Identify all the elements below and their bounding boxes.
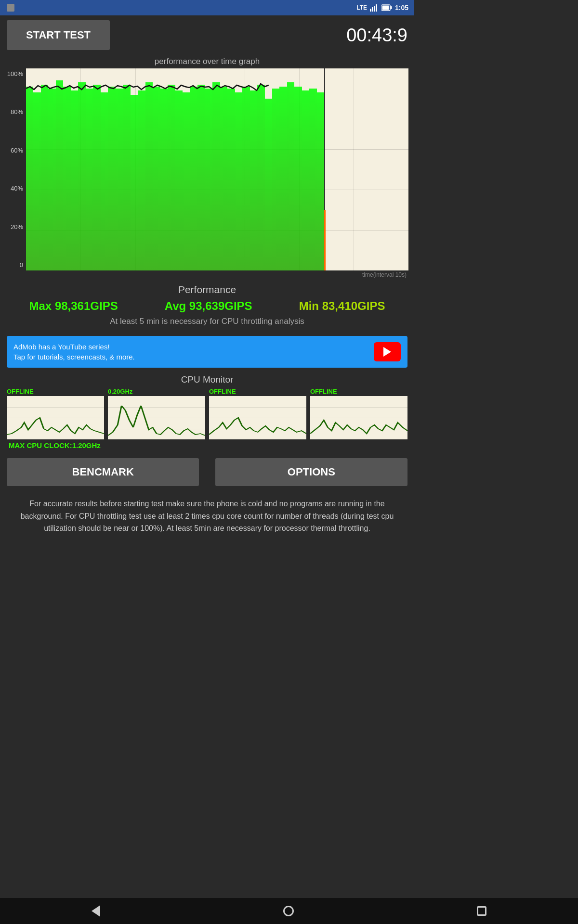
perf-bar	[272, 89, 279, 270]
cpu-mini-svg-0	[7, 396, 104, 439]
top-controls-row: START TEST 00:43:9	[0, 15, 414, 55]
perf-bar	[175, 90, 183, 270]
perf-bar	[265, 99, 272, 270]
perf-bar	[33, 92, 40, 270]
app-icon	[6, 3, 15, 13]
perf-bar	[153, 87, 160, 270]
perf-bar	[257, 85, 264, 270]
ad-text: AdMob has a YouTube series! Tap for tuto…	[13, 342, 135, 362]
perf-bar	[145, 82, 153, 270]
perf-bar	[212, 82, 220, 270]
back-button[interactable]	[92, 905, 100, 917]
perf-bar	[242, 87, 250, 270]
perf-bar	[279, 87, 287, 270]
svg-rect-4	[376, 4, 377, 12]
y-label-80: 80%	[6, 108, 23, 116]
graph-container: 100% 80% 60% 40% 20% 0	[6, 68, 408, 270]
perf-bar	[250, 90, 257, 270]
cpu-mini-svg-2	[209, 396, 306, 439]
max-cpu-label: MAX CPU CLOCK:1.20GHz	[7, 441, 407, 449]
cpu-mini-svg-3	[310, 396, 407, 439]
signal-icon	[370, 4, 379, 12]
perf-bar	[131, 95, 138, 270]
perf-bar	[63, 87, 70, 270]
y-label-0: 0	[6, 261, 23, 269]
status-bar: LTE 1:05	[0, 0, 414, 15]
cpu-core-1: 0.20GHz	[108, 388, 205, 439]
home-icon	[283, 906, 294, 916]
orange-marker	[324, 210, 326, 270]
perf-bar	[235, 92, 242, 270]
y-label-60: 60%	[6, 147, 23, 154]
perf-bar	[183, 92, 190, 270]
status-bar-right: LTE 1:05	[356, 4, 408, 12]
perf-bar	[48, 89, 55, 270]
cpu-core-2-label: OFFLINE	[209, 388, 306, 395]
svg-rect-3	[374, 6, 375, 12]
perf-bar	[86, 89, 93, 270]
perf-bar	[56, 80, 63, 270]
perf-bar	[116, 89, 123, 270]
home-button[interactable]	[283, 906, 294, 916]
graph-area	[26, 68, 408, 270]
status-bar-left	[6, 3, 15, 13]
cpu-core-1-label: 0.20GHz	[108, 388, 205, 395]
y-axis: 100% 80% 60% 40% 20% 0	[6, 68, 26, 270]
cpu-core-3-label: OFFLINE	[310, 388, 407, 395]
y-label-20: 20%	[6, 223, 23, 231]
perf-bar	[160, 89, 168, 270]
y-label-100: 100%	[6, 70, 23, 77]
cpu-core-3: OFFLINE	[310, 388, 407, 439]
options-button[interactable]: OPTIONS	[215, 458, 407, 486]
perf-bar	[71, 90, 78, 270]
cpu-mini-graph-2	[209, 396, 306, 439]
perf-bar	[190, 87, 197, 270]
perf-bar	[123, 85, 130, 270]
min-gips: Min 83,410GIPS	[299, 299, 385, 313]
cpu-mini-svg-1	[108, 396, 205, 439]
play-triangle-icon	[383, 347, 391, 357]
perf-bar	[205, 89, 212, 270]
battery-icon	[381, 4, 392, 12]
time-display: 1:05	[395, 4, 408, 12]
cpu-monitor-section: CPU Monitor OFFLINE 0.20GHz	[0, 371, 414, 453]
cpu-core-2: OFFLINE	[209, 388, 306, 439]
bottom-nav	[0, 898, 414, 924]
ad-banner[interactable]: AdMob has a YouTube series! Tap for tuto…	[7, 336, 407, 368]
cpu-mini-graph-0	[7, 396, 104, 439]
perf-bar	[168, 85, 175, 270]
avg-gips: Avg 93,639GIPS	[165, 299, 252, 313]
time-label: time(interval 10s)	[6, 271, 408, 278]
perf-bar	[93, 85, 100, 270]
perf-bar	[78, 82, 85, 270]
perf-bar	[197, 85, 205, 270]
throttle-note: At least 5 min is necessary for CPU thro…	[7, 317, 407, 326]
perf-bar	[138, 90, 145, 270]
back-icon	[92, 905, 100, 917]
cpu-core-0: OFFLINE	[7, 388, 104, 439]
bottom-buttons: BENCMARK OPTIONS	[0, 453, 414, 491]
cpu-core-0-label: OFFLINE	[7, 388, 104, 395]
svg-rect-0	[7, 4, 14, 12]
youtube-play-button[interactable]	[374, 342, 401, 361]
gips-row: Max 98,361GIPS Avg 93,639GIPS Min 83,410…	[7, 299, 407, 313]
perf-stats-section: Performance Max 98,361GIPS Avg 93,639GIP…	[0, 278, 414, 333]
start-test-button[interactable]: START TEST	[7, 20, 110, 50]
graph-title: performance over time graph	[6, 57, 408, 66]
grid-v-6	[354, 68, 354, 270]
lte-label: LTE	[356, 4, 367, 11]
y-label-40: 40%	[6, 185, 23, 192]
timer-display: 00:43:9	[346, 25, 407, 46]
perf-bar	[26, 87, 33, 270]
max-gips: Max 98,361GIPS	[29, 299, 118, 313]
performance-label: Performance	[7, 284, 407, 295]
perf-bar	[101, 92, 108, 270]
svg-rect-2	[372, 7, 373, 12]
perf-bar	[227, 89, 235, 270]
perf-bar	[294, 87, 302, 270]
ad-text-line1: AdMob has a YouTube series!	[13, 342, 135, 352]
svg-rect-1	[370, 9, 371, 12]
benchmark-button[interactable]: BENCMARK	[7, 458, 199, 486]
ad-text-line2: Tap for tutorials, screencasts, & more.	[13, 352, 135, 362]
info-text: For accurate results before starting tes…	[10, 498, 405, 535]
